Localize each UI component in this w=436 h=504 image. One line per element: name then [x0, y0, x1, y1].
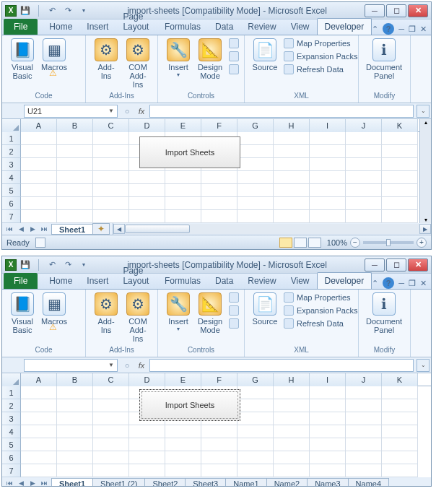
cell[interactable]	[201, 210, 237, 223]
expand-formula-bar-icon[interactable]: ⌄	[417, 105, 430, 118]
row-header[interactable]: 2	[2, 145, 21, 158]
cell[interactable]	[274, 399, 310, 412]
cell[interactable]	[21, 451, 57, 464]
next-sheet-icon[interactable]: ▶	[27, 224, 38, 234]
page-break-view-icon[interactable]	[308, 238, 321, 248]
help-icon[interactable]: ?	[383, 277, 394, 289]
redo-icon[interactable]: ↷	[62, 259, 74, 271]
tab-data[interactable]: Data	[208, 19, 240, 35]
cell[interactable]	[93, 412, 129, 425]
cell[interactable]	[237, 399, 274, 412]
document-panel-button[interactable]: ℹDocument Panel	[363, 37, 405, 82]
save-icon[interactable]: 💾	[19, 5, 31, 17]
macros-button[interactable]: ▦Macros⚠	[38, 37, 70, 82]
cell[interactable]	[57, 197, 93, 210]
cell[interactable]	[346, 210, 382, 223]
cell[interactable]	[21, 425, 57, 438]
cell[interactable]	[201, 184, 237, 197]
cell[interactable]	[382, 158, 418, 171]
workbook-restore-icon[interactable]: ❐	[409, 279, 416, 288]
col-header[interactable]: G	[237, 119, 274, 132]
cell[interactable]	[310, 132, 346, 145]
cell[interactable]	[274, 158, 310, 171]
row-header[interactable]: 3	[2, 412, 21, 425]
cell[interactable]	[93, 171, 129, 184]
tab-developer[interactable]: Developer	[317, 18, 372, 35]
visual-basic-button[interactable]: 📘Visual Basic	[6, 37, 38, 82]
cell[interactable]	[346, 412, 382, 425]
cell[interactable]	[310, 210, 346, 223]
row-header[interactable]: 1	[2, 386, 21, 399]
cell[interactable]	[382, 132, 418, 145]
cell[interactable]	[57, 386, 93, 399]
tab-view[interactable]: View	[284, 19, 317, 35]
undo-icon[interactable]: ↶	[46, 259, 58, 271]
tab-developer[interactable]: Developer	[317, 272, 372, 289]
cell[interactable]	[93, 132, 129, 145]
cell[interactable]	[310, 197, 346, 210]
insert-control-button[interactable]: 🔧Insert▼	[162, 37, 194, 81]
cell[interactable]	[382, 425, 418, 438]
qat-dropdown-icon[interactable]: ▼	[78, 4, 90, 16]
prev-sheet-icon[interactable]: ◀	[15, 224, 27, 234]
cell[interactable]	[21, 464, 57, 477]
cell[interactable]	[382, 438, 418, 451]
cell[interactable]	[274, 132, 310, 145]
new-sheet-icon[interactable]: ✦	[92, 223, 110, 234]
tab-page-layout[interactable]: Page Layout	[115, 9, 157, 35]
cell[interactable]	[274, 425, 310, 438]
row-header[interactable]: 5	[2, 438, 21, 451]
formula-bar[interactable]	[149, 359, 414, 372]
first-sheet-icon[interactable]: ⏮	[4, 478, 15, 487]
cell[interactable]	[129, 197, 165, 210]
cell[interactable]	[165, 464, 201, 477]
cell[interactable]	[201, 438, 237, 451]
cell[interactable]	[237, 145, 274, 158]
tab-insert[interactable]: Insert	[79, 19, 115, 35]
save-icon[interactable]: 💾	[19, 259, 31, 271]
cell[interactable]	[310, 438, 346, 451]
com-addins-button[interactable]: ⚙COM Add-Ins	[122, 37, 154, 90]
col-header[interactable]: J	[346, 119, 382, 132]
cell[interactable]	[310, 184, 346, 197]
cell[interactable]	[310, 158, 346, 171]
cell[interactable]	[165, 438, 201, 451]
cell[interactable]	[382, 386, 418, 399]
cell[interactable]	[93, 386, 129, 399]
cell[interactable]	[274, 412, 310, 425]
cell[interactable]	[310, 451, 346, 464]
cell[interactable]	[237, 210, 274, 223]
cell[interactable]	[346, 438, 382, 451]
cell[interactable]	[201, 197, 237, 210]
map-properties-button[interactable]: Map Properties	[284, 38, 357, 48]
cell[interactable]	[310, 145, 346, 158]
normal-view-icon[interactable]	[279, 238, 292, 248]
tab-view[interactable]: View	[284, 273, 317, 289]
hscroll-thumb[interactable]	[125, 225, 190, 233]
refresh-data-button[interactable]: Refresh Data	[284, 64, 357, 74]
macro-record-icon[interactable]	[35, 238, 45, 248]
sheet-tab[interactable]: Sheet3	[185, 478, 226, 487]
cell[interactable]	[129, 210, 165, 223]
first-sheet-icon[interactable]: ⏮	[4, 224, 15, 234]
zoom-slider[interactable]	[363, 241, 414, 244]
cell[interactable]	[93, 210, 129, 223]
cell[interactable]	[21, 438, 57, 451]
col-header[interactable]: D	[129, 119, 165, 132]
cell[interactable]	[21, 210, 57, 223]
cell[interactable]	[237, 171, 274, 184]
maximize-button[interactable]: ◻	[386, 258, 406, 271]
cell[interactable]	[346, 197, 382, 210]
close-button[interactable]: ✕	[408, 4, 428, 17]
prev-sheet-icon[interactable]: ◀	[15, 478, 27, 487]
cell[interactable]	[57, 412, 93, 425]
sheet-tab[interactable]: Sheet1	[51, 478, 93, 487]
cell[interactable]	[274, 210, 310, 223]
cell[interactable]	[57, 464, 93, 477]
cell[interactable]	[346, 464, 382, 477]
row-header[interactable]: 4	[2, 425, 21, 438]
select-all-corner[interactable]	[2, 119, 21, 132]
row-header[interactable]: 1	[2, 132, 21, 145]
cell[interactable]	[382, 412, 418, 425]
row-header[interactable]: 3	[2, 158, 21, 171]
